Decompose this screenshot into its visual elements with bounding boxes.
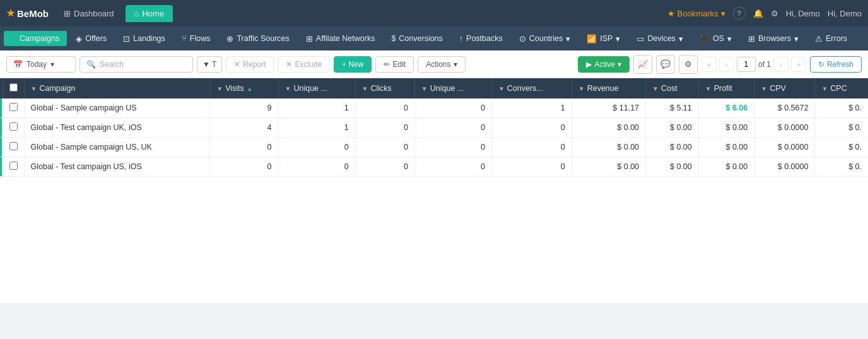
table-row: Global - Test campaign US, iOS 0 0 0 0 0… bbox=[0, 157, 868, 177]
menu-item-offers[interactable]: ◈ Offers bbox=[68, 31, 114, 47]
menu-item-os[interactable]: ⬛ OS ▾ bbox=[692, 31, 739, 47]
row-checkbox-1[interactable] bbox=[9, 122, 18, 131]
row-clicks-1: 0 bbox=[355, 118, 414, 138]
cost-col-header[interactable]: ▼ Cost bbox=[646, 78, 699, 98]
conversions-col-header[interactable]: ▼ Convers... bbox=[491, 78, 572, 98]
row-unique-clicks-2: 0 bbox=[414, 138, 491, 157]
menu-item-campaigns[interactable]: Campaigns bbox=[4, 31, 67, 46]
row-unique-visits-2: 0 bbox=[278, 138, 355, 157]
menu-item-conversions[interactable]: $ Conversions bbox=[384, 31, 450, 46]
row-visits-3: 0 bbox=[210, 157, 278, 177]
row-visits-2: 0 bbox=[210, 138, 278, 157]
isp-chevron-icon: ▾ bbox=[616, 34, 620, 44]
bookmarks-button[interactable]: ★ Bookmarks ▾ bbox=[667, 9, 725, 18]
row-profit-1: $ 0.00 bbox=[698, 118, 754, 138]
page-input[interactable] bbox=[737, 57, 756, 72]
menu-item-devices[interactable]: ▭ Devices ▾ bbox=[629, 31, 690, 47]
menu-item-landings[interactable]: ⊡ Landings bbox=[115, 31, 173, 47]
last-page-button[interactable]: » bbox=[791, 57, 806, 72]
new-button[interactable]: + New bbox=[334, 56, 372, 73]
first-page-button[interactable]: « bbox=[701, 57, 717, 72]
edit-button[interactable]: ✏ Edit bbox=[375, 56, 414, 73]
brand-logo[interactable]: ★ BeMob bbox=[6, 8, 49, 19]
row-indicator-bar-2 bbox=[0, 138, 2, 157]
row-cpc-1: $ 0. bbox=[815, 118, 868, 138]
row-checkbox-0[interactable] bbox=[9, 103, 18, 111]
row-checkbox-cell-1[interactable] bbox=[3, 118, 24, 138]
menu-item-browsers[interactable]: ⊞ Browsers ▾ bbox=[741, 31, 806, 47]
date-picker[interactable]: 📅 Today ▾ bbox=[6, 56, 76, 73]
countries-chevron-icon: ▾ bbox=[566, 34, 570, 44]
chart-icon-button[interactable]: 📈 bbox=[633, 55, 652, 74]
exclude-button[interactable]: ✕ Exclude bbox=[278, 56, 330, 73]
top-nav-right: ★ Bookmarks ▾ ? 🔔 ⚙ Hi, Demo Hi, Demo bbox=[667, 7, 862, 20]
visits-col-header[interactable]: ▼ Visits ▲ bbox=[210, 78, 278, 98]
table-row: Global - Sample campaign US, UK 0 0 0 0 … bbox=[0, 138, 868, 157]
data-table-container: ▼ Campaign ▼ Visits ▲ ▼ Unique ... bbox=[0, 78, 868, 303]
row-checkbox-cell-2[interactable] bbox=[3, 138, 24, 157]
row-checkbox-3[interactable] bbox=[9, 162, 18, 170]
prev-page-button[interactable]: ‹ bbox=[719, 57, 734, 72]
unique-visits-col-header[interactable]: ▼ Unique ... bbox=[278, 78, 355, 98]
report-icon: ✕ bbox=[234, 60, 240, 69]
search-placeholder: Search bbox=[100, 60, 124, 69]
row-revenue-3: $ 0.00 bbox=[572, 157, 645, 177]
report-button[interactable]: ✕ Report bbox=[226, 56, 274, 73]
campaign-col-header[interactable]: ▼ Campaign bbox=[24, 78, 210, 98]
actions-button[interactable]: Actions ▾ bbox=[418, 56, 465, 73]
unique-clicks-col-header[interactable]: ▼ Unique ... bbox=[414, 78, 491, 98]
row-indicator-bar-3 bbox=[0, 157, 2, 176]
row-cost-0: $ 5.11 bbox=[646, 98, 699, 118]
nav-tab-home[interactable]: ⌂ Home bbox=[126, 5, 173, 22]
cpc-col-header[interactable]: ▼ CPC bbox=[815, 78, 868, 98]
traffic-sources-icon: ⊕ bbox=[226, 34, 233, 44]
help-icon[interactable]: ? bbox=[733, 7, 746, 20]
menu-item-errors[interactable]: ⚠ Errors bbox=[807, 31, 855, 47]
clicks-col-header[interactable]: ▼ Clicks bbox=[355, 78, 414, 98]
menu-item-traffic-sources[interactable]: ⊕ Traffic Sources bbox=[219, 31, 296, 47]
campaigns-table: ▼ Campaign ▼ Visits ▲ ▼ Unique ... bbox=[0, 78, 868, 177]
play-icon: ▶ bbox=[586, 60, 592, 69]
row-checkbox-cell-3[interactable] bbox=[3, 157, 24, 177]
row-checkbox-2[interactable] bbox=[9, 142, 18, 150]
filter-button[interactable]: ▼ T bbox=[197, 56, 222, 73]
select-all-checkbox[interactable] bbox=[9, 83, 18, 92]
active-button[interactable]: ▶ Active ▾ bbox=[578, 56, 630, 73]
edit-icon: ✏ bbox=[384, 60, 390, 69]
menu-item-affiliate-networks[interactable]: ⊞ Affilate Networks bbox=[298, 31, 383, 47]
menu-item-postbacks[interactable]: ↑ Postbacks bbox=[452, 31, 510, 46]
cpv-col-header[interactable]: ▼ CPV bbox=[754, 78, 815, 98]
date-chevron-icon: ▾ bbox=[50, 60, 54, 69]
row-checkbox-cell-0[interactable] bbox=[3, 98, 24, 118]
row-campaign-0: Global - Sample campaign US bbox=[24, 98, 210, 118]
settings-column-button[interactable]: ⚙ bbox=[679, 55, 698, 74]
revenue-col-header[interactable]: ▼ Revenue bbox=[572, 78, 645, 98]
conversions-icon: $ bbox=[391, 34, 396, 43]
row-unique-clicks-1: 0 bbox=[414, 118, 491, 138]
browsers-icon: ⊞ bbox=[748, 34, 755, 44]
user-label[interactable]: Hi, Demo bbox=[786, 9, 820, 18]
star-icon: ★ bbox=[667, 9, 675, 18]
row-cpc-3: $ 0. bbox=[815, 157, 868, 177]
row-cpc-0: $ 0. bbox=[815, 98, 868, 118]
row-cost-1: $ 0.00 bbox=[646, 118, 699, 138]
toolbar-right: ▶ Active ▾ 📈 💬 ⚙ « ‹ of 1 › » ↻ Refresh bbox=[578, 55, 862, 74]
row-clicks-3: 0 bbox=[355, 157, 414, 177]
filter-revenue-icon: ▼ bbox=[578, 85, 585, 92]
next-page-button[interactable]: › bbox=[773, 57, 789, 72]
select-all-header[interactable] bbox=[3, 78, 24, 98]
settings-icon[interactable]: ⚙ bbox=[771, 9, 778, 18]
nav-tab-dashboard[interactable]: ⊞ Dashboard bbox=[55, 5, 123, 22]
notifications-icon[interactable]: 🔔 bbox=[753, 9, 763, 18]
menu-item-isp[interactable]: 📶 ISP ▾ bbox=[579, 31, 628, 47]
message-icon-button[interactable]: 💬 bbox=[656, 55, 675, 74]
row-clicks-2: 0 bbox=[355, 138, 414, 157]
menu-item-countries[interactable]: ⊙ Countries ▾ bbox=[512, 31, 578, 47]
search-box[interactable]: 🔍 Search bbox=[79, 56, 193, 73]
menu-item-flows[interactable]: ⑂ Flows bbox=[174, 31, 218, 46]
profit-col-header[interactable]: ▼ Profit bbox=[698, 78, 754, 98]
row-campaign-2: Global - Sample campaign US, UK bbox=[24, 138, 210, 157]
row-cpv-2: $ 0.0000 bbox=[754, 138, 815, 157]
refresh-button[interactable]: ↻ Refresh bbox=[810, 56, 862, 73]
filter-clicks-icon: ▼ bbox=[362, 85, 368, 92]
